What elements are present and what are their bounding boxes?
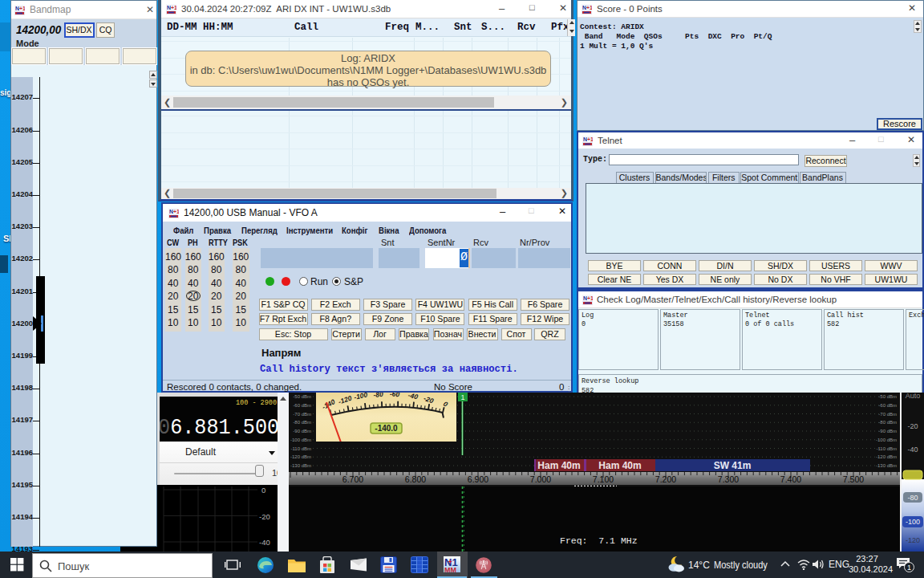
- svg-text:-40: -40: [907, 446, 918, 454]
- svg-text:+1: +1: [586, 5, 592, 10]
- svg-text:-20: -20: [259, 512, 270, 521]
- svg-text:7.000: 7.000: [530, 474, 551, 484]
- svg-text:+1: +1: [587, 136, 593, 142]
- svg-text:-110 dBm: -110 dBm: [290, 446, 311, 451]
- svg-text:+1: +1: [587, 295, 593, 301]
- svg-text:-80: -80: [373, 393, 383, 399]
- svg-text:6.700: 6.700: [342, 474, 363, 484]
- svg-text:1: 1: [460, 393, 464, 401]
- svg-text:-100 dBm: -100 dBm: [876, 438, 897, 442]
- svg-text:6.900: 6.900: [468, 474, 488, 484]
- svg-text:-50 dBm: -50 dBm: [293, 394, 311, 399]
- svg-text:-80 dBm: -80 dBm: [878, 420, 897, 425]
- svg-text:-70 dBm: -70 dBm: [878, 412, 897, 417]
- svg-text:-50 dBm: -50 dBm: [878, 394, 897, 399]
- svg-text:-60 dBm: -60 dBm: [293, 403, 311, 408]
- svg-text:-120 dBm: -120 dBm: [290, 454, 311, 459]
- svg-text:7.500: 7.500: [843, 474, 864, 484]
- svg-text:+: +: [448, 558, 452, 566]
- svg-text:-40: -40: [259, 538, 270, 547]
- svg-text:Freq: 7.1 MHz: Freq: 7.1 MHz: [560, 535, 638, 546]
- svg-text:Ham 40m: Ham 40m: [537, 460, 580, 471]
- svg-text:7.200: 7.200: [655, 474, 676, 484]
- svg-text:-120 dBm: -120 dBm: [876, 454, 897, 459]
- svg-text:-80 dBm: -80 dBm: [293, 420, 311, 425]
- svg-text:-100 dBm: -100 dBm: [290, 438, 311, 442]
- svg-text:-20: -20: [907, 422, 918, 430]
- svg-text:+1: +1: [171, 5, 176, 10]
- svg-text:-90 dBm: -90 dBm: [878, 429, 897, 434]
- svg-text:-60 dBm: -60 dBm: [878, 403, 897, 408]
- svg-text:-110 dBm: -110 dBm: [876, 446, 897, 451]
- svg-text:7.300: 7.300: [718, 474, 739, 484]
- svg-text:Auto: Auto: [906, 393, 921, 400]
- svg-text:SW 41m: SW 41m: [714, 460, 752, 471]
- svg-text:-120: -120: [906, 536, 920, 544]
- svg-text:Ham 40m: Ham 40m: [598, 460, 641, 471]
- svg-text:7.400: 7.400: [780, 474, 801, 484]
- svg-text:-90 dBm: -90 dBm: [293, 429, 311, 434]
- svg-text:-130 dBm: -130 dBm: [290, 463, 311, 468]
- svg-text:MM: MM: [444, 566, 456, 573]
- svg-text:-140.0: -140.0: [375, 424, 398, 433]
- svg-text:-60: -60: [390, 393, 400, 398]
- svg-text:-80: -80: [907, 494, 918, 502]
- svg-text:7.100: 7.100: [593, 474, 614, 484]
- svg-text:6.800: 6.800: [405, 474, 426, 484]
- svg-text:+1: +1: [173, 209, 179, 214]
- svg-text:-130 dBm: -130 dBm: [876, 463, 897, 468]
- svg-text:-100: -100: [906, 518, 920, 526]
- svg-text:-70 dBm: -70 dBm: [293, 412, 311, 417]
- svg-text:0: 0: [261, 486, 265, 495]
- svg-text:+1: +1: [19, 6, 25, 11]
